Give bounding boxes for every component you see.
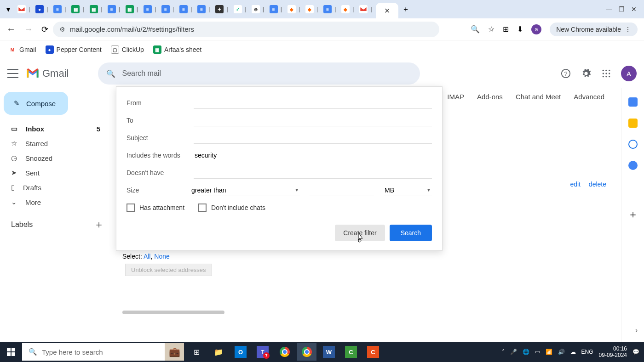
horizontal-scrollbar[interactable] xyxy=(122,311,224,314)
tasks-icon[interactable] xyxy=(628,140,638,149)
tray-notifications-icon[interactable]: 💬 xyxy=(632,349,639,355)
sidebar-item-more[interactable]: ⌄More xyxy=(4,195,111,209)
filter-search-panel: From To Subject Includes the words Doesn… xyxy=(116,86,443,251)
help-icon[interactable]: ? xyxy=(560,68,571,79)
sidebar-item-snoozed[interactable]: ◷Snoozed xyxy=(4,151,111,165)
select-all-link[interactable]: All xyxy=(144,253,151,260)
gmail-logo[interactable]: Gmail xyxy=(26,68,69,79)
tray-language[interactable]: ENG xyxy=(581,349,593,355)
dont-include-chats-checkbox[interactable] xyxy=(198,204,207,212)
reload-icon[interactable]: ⟳ xyxy=(41,24,48,34)
tray-battery-icon[interactable]: ▭ xyxy=(535,349,540,355)
add-addon-icon[interactable]: ＋ xyxy=(628,208,638,221)
chrome-profile-avatar[interactable]: a xyxy=(531,24,541,34)
start-button[interactable] xyxy=(0,348,22,356)
task-camtasia2-icon[interactable]: C xyxy=(363,343,383,361)
size-operator-select[interactable]: greater than▼ xyxy=(190,185,300,196)
draft-icon: ▯ xyxy=(11,183,15,192)
browser-tab-strip: ▾ | ●| ≡| ▦| ▦| ≡| ▦| ≡| ≡| ≡| ≡| ✦| ✓| … xyxy=(0,0,644,18)
close-icon[interactable]: ✕ xyxy=(380,6,394,15)
bookmark-arfaa[interactable]: ▦Arfaa's sheet xyxy=(153,45,201,54)
compose-button[interactable]: ✎ Compose xyxy=(4,92,68,115)
back-icon[interactable]: ← xyxy=(6,24,16,34)
hamburger-icon[interactable] xyxy=(7,69,18,78)
filter-doesnt-input[interactable] xyxy=(194,167,432,179)
filter-subject-input[interactable] xyxy=(194,132,432,144)
bookmark-pepper[interactable]: ●Pepper Content xyxy=(46,45,102,54)
new-chrome-button[interactable]: New Chrome available ⋮ xyxy=(550,23,638,36)
address-bar: ← → ⟳ ⚙ mail.google.com/mail/u/2/#settin… xyxy=(0,18,644,40)
bookmark-gmail[interactable]: MGmail xyxy=(8,45,36,54)
clock-icon: ◷ xyxy=(11,154,17,162)
task-camtasia-icon[interactable]: C xyxy=(341,343,361,361)
tray-volume-icon[interactable]: 🔊 xyxy=(558,349,565,355)
keep-icon[interactable] xyxy=(628,119,638,128)
task-explorer-icon[interactable]: 📁 xyxy=(209,343,228,361)
tray-globe-icon[interactable]: 🌐 xyxy=(523,349,529,355)
task-briefcase-icon[interactable]: 💼 xyxy=(165,343,184,361)
filter-to-input[interactable] xyxy=(194,115,432,126)
window-close-icon[interactable]: ✕ xyxy=(631,6,637,13)
pencil-icon: ✎ xyxy=(14,99,20,107)
tray-wifi-icon[interactable]: 📶 xyxy=(546,349,552,355)
tab-chat[interactable]: Chat and Meet xyxy=(516,93,561,101)
tab-dropdown-icon[interactable]: ▾ xyxy=(3,4,14,15)
settings-gear-icon[interactable] xyxy=(581,68,592,79)
create-filter-button[interactable]: Create filter xyxy=(335,225,385,241)
active-tab[interactable]: ✕ xyxy=(376,3,398,18)
task-chrome1-icon[interactable] xyxy=(275,343,294,361)
new-tab-button[interactable]: ＋ xyxy=(400,4,411,15)
delete-link[interactable]: delete xyxy=(589,181,606,188)
apps-grid-icon[interactable] xyxy=(601,68,612,79)
calendar-icon[interactable] xyxy=(628,97,638,107)
tab-imap[interactable]: IMAP xyxy=(447,93,464,101)
svg-point-7 xyxy=(609,73,610,74)
downloads-icon[interactable]: ⬇ xyxy=(517,25,523,34)
svg-text:?: ? xyxy=(564,70,567,77)
sidebar-item-drafts[interactable]: ▯Drafts xyxy=(4,180,111,195)
contacts-icon[interactable] xyxy=(628,161,638,170)
sidebar-item-sent[interactable]: ➤Sent xyxy=(4,165,111,180)
search-input[interactable]: 🔍 Search mail xyxy=(98,62,420,85)
filter-includes-input[interactable] xyxy=(194,150,432,161)
size-value-input[interactable] xyxy=(310,185,374,196)
inbox-icon: ▭ xyxy=(11,124,17,133)
bookmarks-bar: MGmail ●Pepper Content ▢ClickUp ▦Arfaa's… xyxy=(0,40,644,59)
add-label-icon[interactable]: ＋ xyxy=(94,218,104,232)
tray-chevron-icon[interactable]: ˄ xyxy=(502,349,505,355)
edit-link[interactable]: edit xyxy=(570,181,581,188)
url-field[interactable]: ⚙ mail.google.com/mail/u/2/#settings/fil… xyxy=(53,22,439,37)
tab-addons[interactable]: Add-ons xyxy=(477,93,503,101)
filter-from-input[interactable] xyxy=(194,97,432,109)
zoom-icon[interactable]: 🔍 xyxy=(471,25,480,34)
expand-side-panel-icon[interactable]: › xyxy=(635,326,638,334)
task-chrome2-icon[interactable] xyxy=(297,343,316,361)
tray-clock[interactable]: 00:16 09-09-2024 xyxy=(599,345,627,359)
task-view-icon[interactable]: ⊞ xyxy=(187,343,206,361)
maximize-icon[interactable]: ❐ xyxy=(619,6,625,13)
task-outlook-icon[interactable]: O xyxy=(231,343,250,361)
has-attachment-checkbox[interactable] xyxy=(126,204,135,212)
minimize-icon[interactable]: — xyxy=(606,6,612,13)
select-none-link[interactable]: None xyxy=(154,253,169,260)
taskbar-search[interactable]: 🔍 Type here to search xyxy=(22,343,165,361)
account-avatar[interactable]: A xyxy=(621,66,637,81)
tray-mic-icon[interactable]: 🎤 xyxy=(510,349,517,355)
search-button[interactable]: Search xyxy=(390,225,432,241)
forward-icon: → xyxy=(24,24,33,34)
windows-taskbar: 🔍 Type here to search 💼 ⊞ 📁 O T7 W C C ˄… xyxy=(0,342,644,362)
bookmark-clickup[interactable]: ▢ClickUp xyxy=(111,45,144,54)
svg-rect-14 xyxy=(7,352,11,356)
gmail-favicon xyxy=(18,6,25,13)
site-info-icon[interactable]: ⚙ xyxy=(59,26,65,33)
tab-advanced[interactable]: Advanced xyxy=(574,93,604,101)
size-unit-select[interactable]: MB▼ xyxy=(384,185,432,196)
select-line: Select: All, None xyxy=(122,253,614,260)
tray-onedrive-icon[interactable]: ☁ xyxy=(570,349,576,355)
task-word-icon[interactable]: W xyxy=(319,343,339,361)
sidebar-item-inbox[interactable]: ▭ Inbox 5 xyxy=(4,121,111,136)
extensions-icon[interactable]: ⊞ xyxy=(503,25,509,34)
task-teams-icon[interactable]: T7 xyxy=(253,343,272,361)
bookmark-star-icon[interactable]: ☆ xyxy=(488,25,494,34)
sidebar-item-starred[interactable]: ☆Starred xyxy=(4,136,111,151)
